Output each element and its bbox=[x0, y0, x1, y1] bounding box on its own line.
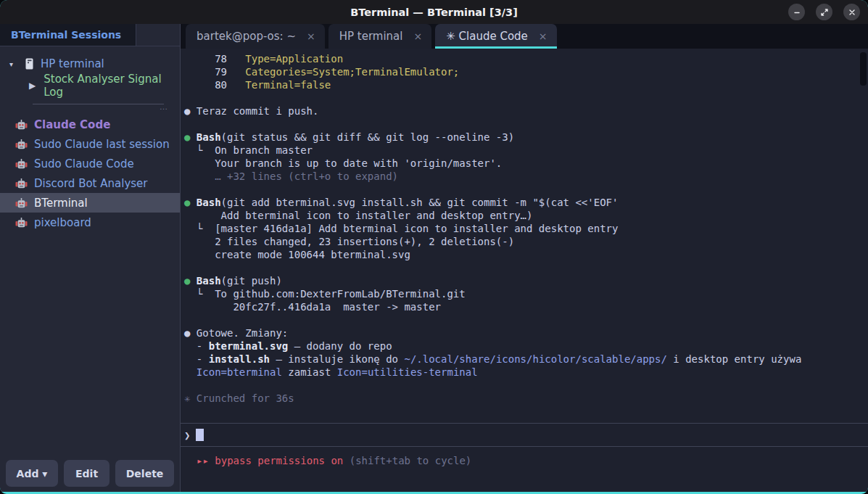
window-title: BTerminal — BTerminal [3/3] bbox=[0, 7, 868, 18]
sessions-sidebar: BTerminal Sessions ▾ HP terminal ▶ Stock… bbox=[0, 24, 181, 492]
session-list: Claude CodeSudo Claude last sessionSudo … bbox=[0, 115, 180, 232]
add-button[interactable]: Add ▾ bbox=[6, 460, 58, 487]
terminal-line: create mode 100644 bterminal.svg bbox=[184, 248, 868, 261]
sidebar-title: BTerminal Sessions bbox=[0, 24, 136, 46]
app-window: BTerminal — BTerminal [3/3] BTerminal Se… bbox=[0, 0, 868, 494]
computer-icon bbox=[25, 58, 34, 70]
terminal-line: ● Bash(git add bterminal.svg install.sh … bbox=[184, 196, 868, 209]
tree-item-hp-terminal[interactable]: ▾ HP terminal bbox=[0, 53, 180, 75]
terminal-line bbox=[184, 261, 868, 274]
delete-button[interactable]: Delete bbox=[115, 460, 174, 487]
terminal-line bbox=[184, 313, 868, 326]
terminal-line: 2 files changed, 23 insertions(+), 2 del… bbox=[184, 235, 868, 248]
terminal-scrollback: 78 Type=Application 79 Categories=System… bbox=[181, 52, 868, 405]
session-label: Sudo Claude last session bbox=[34, 138, 170, 151]
terminal-line: Add bterminal icon to installer and desk… bbox=[184, 209, 868, 222]
status-hint: (shift+tab to cycle) bbox=[343, 454, 471, 467]
title-bar: BTerminal — BTerminal [3/3] bbox=[0, 0, 868, 24]
close-icon bbox=[848, 8, 856, 17]
session-label: Claude Code bbox=[34, 118, 110, 131]
terminal-line: - bterminal.svg — dodany do repo bbox=[184, 339, 868, 353]
terminal-line: Icon=bterminal zamiast Icon=utilities-te… bbox=[184, 366, 868, 379]
status-highlight: bypass permissions on bbox=[209, 454, 343, 467]
terminal-line: … +32 lines (ctrl+o to expand) bbox=[184, 170, 868, 183]
tree-item-stock-analyser-signal-log[interactable]: ▶ Stock Analyser Signal Log bbox=[0, 75, 180, 96]
terminal-line: 78 Type=Application bbox=[184, 52, 868, 65]
terminal-line: 80 Terminal=false bbox=[184, 78, 868, 91]
terminal-line: └ To github.com:DexterFromLab/BTerminal.… bbox=[184, 287, 868, 300]
robot-icon bbox=[15, 158, 28, 170]
tab-hp-terminal[interactable]: HP terminal× bbox=[328, 24, 432, 49]
sidebar-header: BTerminal Sessions bbox=[0, 24, 180, 46]
session-label: pixelboard bbox=[34, 216, 91, 229]
prompt-symbol: ❯ bbox=[184, 429, 190, 442]
terminal-line bbox=[184, 118, 868, 131]
session-item-discord-bot-analyser[interactable]: Discord Bot Analyser bbox=[0, 173, 180, 193]
terminal-line: ● Bash(git push) bbox=[184, 274, 868, 287]
terminal-line: 79 Categories=System;TerminalEmulator; bbox=[184, 65, 868, 78]
terminal-line: ● Gotowe. Zmiany: bbox=[184, 326, 868, 339]
robot-icon bbox=[15, 119, 28, 131]
tree-item-label: Stock Analyser Signal Log bbox=[44, 73, 180, 99]
tab-close-icon[interactable]: × bbox=[539, 30, 547, 42]
text-cursor bbox=[196, 429, 204, 441]
prompt-input[interactable]: ❯ bbox=[181, 423, 868, 447]
chevron-down-icon[interactable]: ▾ bbox=[9, 60, 18, 68]
tree-item-label: HP terminal bbox=[41, 57, 104, 70]
minimize-icon bbox=[793, 8, 801, 17]
tab-close-icon[interactable]: × bbox=[413, 30, 422, 42]
maximize-icon bbox=[820, 8, 829, 17]
terminal-line bbox=[184, 183, 868, 196]
window-controls bbox=[788, 4, 860, 20]
session-item-sudo-claude-code[interactable]: Sudo Claude Code bbox=[0, 154, 180, 173]
terminal-view[interactable]: 78 Type=Application 79 Categories=System… bbox=[181, 49, 868, 492]
session-item-claude-code[interactable]: Claude Code bbox=[0, 115, 180, 134]
permissions-status-bar[interactable]: ▸▸ bypass permissions on (shift+tab to c… bbox=[181, 447, 868, 474]
terminal-line bbox=[184, 379, 868, 392]
terminal-line: 20fc27f..416da1a master -> master bbox=[184, 300, 868, 313]
sidebar-buttons: Add ▾ Edit Delete bbox=[0, 460, 180, 492]
session-label: Sudo Claude Code bbox=[34, 157, 134, 170]
main-area: bartek@pop-os: ~×HP terminal×✳ Claude Co… bbox=[181, 24, 868, 492]
session-label: BTerminal bbox=[34, 197, 88, 210]
session-item-bterminal[interactable]: BTerminal bbox=[0, 193, 180, 213]
divider-handle-dots[interactable]: … bbox=[33, 104, 168, 110]
terminal-line: - install.sh — instaluje ikonę do ~/.loc… bbox=[184, 353, 868, 366]
tab-bartek-pop-os[interactable]: bartek@pop-os: ~× bbox=[186, 24, 325, 49]
robot-icon bbox=[15, 178, 28, 189]
minimize-button[interactable] bbox=[788, 4, 805, 20]
session-label: Discord Bot Analyser bbox=[34, 177, 147, 190]
terminal-line: Your branch is up to date with 'origin/m… bbox=[184, 157, 868, 170]
maximize-button[interactable] bbox=[816, 4, 832, 20]
tab-close-icon[interactable]: × bbox=[307, 30, 315, 42]
terminal-line: └ On branch master bbox=[184, 144, 868, 157]
sidebar-spacer bbox=[0, 232, 180, 460]
scrollbar-thumb[interactable] bbox=[860, 52, 867, 86]
robot-icon bbox=[15, 139, 28, 150]
sidebar-divider[interactable]: … bbox=[33, 104, 168, 110]
tab-label: HP terminal bbox=[339, 30, 403, 43]
edit-button[interactable]: Edit bbox=[64, 460, 109, 487]
session-item-pixelboard[interactable]: pixelboard bbox=[0, 213, 180, 232]
close-button[interactable] bbox=[843, 4, 860, 20]
terminal-line: ● Teraz commit i push. bbox=[184, 104, 868, 118]
robot-icon bbox=[15, 217, 28, 229]
play-icon: ▶ bbox=[29, 81, 36, 91]
tab-label: ✳ Claude Code bbox=[446, 30, 528, 43]
session-item-sudo-claude-last-session[interactable]: Sudo Claude last session bbox=[0, 134, 180, 154]
terminal-bottom-padding bbox=[181, 474, 868, 492]
tab-claude-code[interactable]: ✳ Claude Code× bbox=[435, 24, 556, 49]
terminal-line bbox=[184, 91, 868, 104]
tab-bar: bartek@pop-os: ~×HP terminal×✳ Claude Co… bbox=[181, 24, 868, 49]
robot-icon bbox=[15, 197, 28, 209]
tab-label: bartek@pop-os: ~ bbox=[197, 30, 296, 43]
terminal-line: ✳ Crunched for 36s bbox=[184, 392, 868, 405]
double-arrow-icon: ▸▸ bbox=[197, 454, 209, 467]
terminal-line: ● Bash(git status && git diff && git log… bbox=[184, 131, 868, 144]
terminal-line: └ [master 416da1a] Add bterminal icon to… bbox=[184, 222, 868, 235]
